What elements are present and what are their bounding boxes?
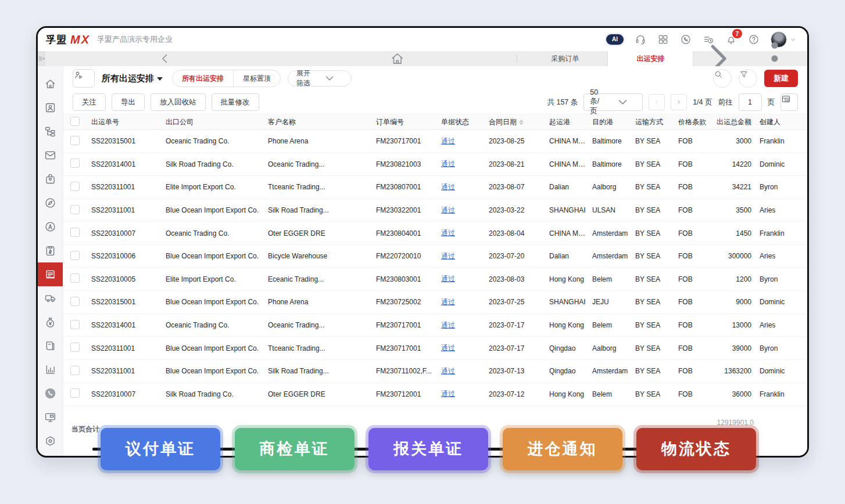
sidebar-item-organization[interactable]	[38, 120, 63, 143]
cell-9: FOB	[678, 390, 717, 398]
sidebar-item-whatsapp[interactable]	[38, 381, 63, 405]
checkbox-icon	[70, 343, 80, 352]
row-checkbox[interactable]	[70, 136, 91, 147]
table-row[interactable]: SS220310006Blue Ocean Import Export Co.B…	[63, 245, 807, 268]
row-checkbox[interactable]	[70, 366, 91, 377]
status-link[interactable]: 通过	[441, 183, 455, 191]
flow-customs-docs-button[interactable]: 报关单证	[368, 428, 488, 470]
apps-grid-icon[interactable]	[657, 34, 669, 45]
status-link[interactable]: 通过	[441, 252, 455, 260]
table-settings-button[interactable]	[780, 93, 798, 111]
status-link[interactable]: 通过	[441, 206, 455, 214]
row-checkbox[interactable]	[70, 205, 91, 216]
back-chevron-icon[interactable]	[51, 51, 279, 66]
table-row[interactable]: SS220315001Blue Ocean Import Export Co.P…	[63, 291, 807, 314]
row-checkbox[interactable]	[70, 251, 91, 262]
home-tab-icon[interactable]	[284, 51, 511, 66]
status-link[interactable]: 通过	[441, 390, 455, 398]
sidebar-item-home[interactable]	[38, 72, 63, 96]
table-row[interactable]: SS220311001Blue Ocean Import Export Co.S…	[63, 360, 807, 383]
sidebar-item-contacts[interactable]	[38, 96, 63, 120]
row-checkbox[interactable]	[70, 388, 91, 399]
sidebar-item-ledger[interactable]	[38, 334, 63, 358]
recycle-bin-button[interactable]: 放入回收站	[151, 93, 206, 111]
sidebar-item-workbench[interactable]	[38, 405, 63, 429]
view-switcher-button[interactable]	[73, 69, 95, 88]
status-link[interactable]: 通过	[441, 137, 455, 145]
table-row[interactable]: SS220311001Blue Ocean Import Export Co.T…	[63, 337, 807, 360]
table-row[interactable]: SS220310007Silk Road Trading Co.Oter EGG…	[63, 383, 807, 406]
sidebar-item-reports[interactable]	[38, 358, 63, 381]
create-new-button[interactable]: 新建	[764, 70, 798, 87]
prev-page-button[interactable]	[649, 94, 665, 110]
whatsapp-line-icon[interactable]	[680, 34, 692, 45]
view-title[interactable]: 所有出运安排	[102, 73, 163, 84]
sidebar-item-settings[interactable]	[38, 429, 63, 453]
page-size-select[interactable]: 50 条/页	[583, 93, 643, 111]
filter-starred-top[interactable]: 星标置顶	[233, 70, 280, 87]
checkbox-icon	[70, 297, 80, 306]
cell-1: Silk Road Trading Co.	[166, 390, 268, 398]
flow-logistics-status-button[interactable]: 物流状态	[636, 428, 756, 470]
row-checkbox[interactable]	[70, 343, 91, 354]
flow-negotiation-docs-button[interactable]: 议付单证	[101, 428, 220, 470]
next-page-button[interactable]	[671, 94, 687, 110]
row-checkbox[interactable]	[70, 320, 91, 331]
select-all-checkbox[interactable]	[70, 117, 91, 128]
goto-page-input[interactable]	[739, 93, 762, 111]
cell-5: 2023-07-25	[489, 298, 549, 306]
table-row[interactable]: SS220314001Oceanic Trading Co.Oceanic Tr…	[63, 314, 807, 337]
sidebar-item-logistics[interactable]	[38, 286, 63, 310]
table-header: 出运单号出口公司客户名称订单编号单据状态合同日期起运港目的港运输方式价格条款出运…	[63, 114, 807, 130]
status-link[interactable]: 通过	[441, 275, 455, 283]
cell-11: Dominic	[760, 160, 807, 168]
batch-edit-button[interactable]: 批量修改	[212, 93, 259, 111]
table-row[interactable]: SS220310005Elite Import Export Co.Eceani…	[63, 268, 807, 291]
cell-6: SHANGHAI	[549, 206, 592, 214]
table-row[interactable]: SS220315001Oceanic Trading Co.Phone Aren…	[63, 130, 807, 153]
column-header-11: 创建人	[760, 117, 807, 127]
follow-button[interactable]: 关注	[73, 93, 106, 111]
sort-icon[interactable]	[519, 120, 524, 125]
row-checkbox[interactable]	[70, 273, 91, 285]
sidebar-item-mail[interactable]	[38, 143, 63, 167]
search-button[interactable]	[713, 69, 732, 88]
status-link[interactable]: 通过	[441, 229, 455, 237]
notifications-button[interactable]: 7	[725, 34, 737, 45]
tab-shipping-arrangement[interactable]: 出运安排	[608, 51, 693, 66]
table-row[interactable]: SS220310007Oceanic Trading Co.Oter EGGER…	[63, 222, 807, 245]
headset-icon[interactable]	[635, 34, 646, 45]
status-link[interactable]: 通过	[441, 160, 455, 168]
row-checkbox[interactable]	[70, 159, 91, 170]
ledger-icon	[44, 340, 56, 352]
column-header-5[interactable]: 合同日期	[489, 117, 549, 127]
cell-5: 2023-07-12	[489, 390, 549, 398]
cell-7: Aalborg	[592, 183, 635, 191]
sidebar-item-finance[interactable]	[38, 310, 63, 334]
filter-button[interactable]	[739, 69, 757, 88]
flow-inspection-docs-button[interactable]: 商检单证	[235, 428, 355, 470]
expand-filters-button[interactable]: 展开筛选	[288, 70, 352, 87]
status-link[interactable]: 通过	[441, 298, 455, 306]
table-row[interactable]: SS220311001Blue Ocean Import Export Co.S…	[63, 199, 807, 222]
sidebar-collapse-button[interactable]	[38, 51, 45, 66]
sidebar-item-products[interactable]	[38, 167, 63, 191]
sidebar-item-orders[interactable]	[38, 239, 63, 262]
table-row[interactable]: SS220311001Elite Import Export Co.Ttcean…	[63, 176, 807, 199]
row-checkbox[interactable]	[70, 182, 91, 193]
sidebar-item-marketing[interactable]	[38, 191, 63, 215]
export-button[interactable]: 导出	[112, 93, 145, 111]
cell-10: 14220	[717, 160, 760, 168]
status-link[interactable]: 通过	[441, 367, 455, 375]
flow-warehouse-notice-button[interactable]: 进仓通知	[503, 428, 622, 470]
ai-assistant-button[interactable]: AI	[606, 34, 624, 45]
sidebar-item-shipping-docs[interactable]	[38, 262, 63, 286]
status-link[interactable]: 通过	[441, 321, 455, 329]
row-checkbox[interactable]	[70, 297, 91, 308]
filter-all-shipments[interactable]: 所有出运安排	[173, 70, 233, 87]
tab-purchase-orders[interactable]: 采购订单	[522, 51, 608, 66]
status-link[interactable]: 通过	[441, 344, 455, 352]
row-checkbox[interactable]	[70, 228, 91, 239]
sidebar-item-crm[interactable]	[38, 215, 63, 239]
table-row[interactable]: SS220314001Silk Road Trading Co.Oceanic …	[63, 153, 807, 177]
